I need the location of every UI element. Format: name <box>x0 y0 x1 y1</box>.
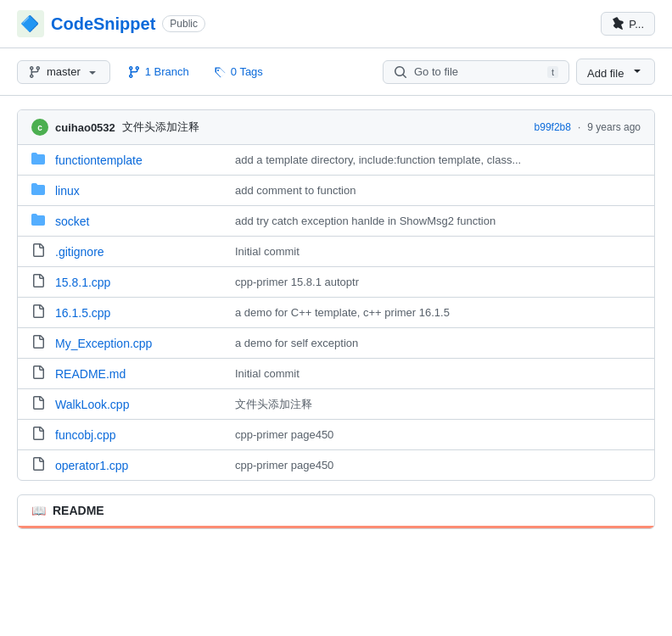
tags-link[interactable]: 0 Tags <box>206 61 270 83</box>
table-row: WalkLook.cpp文件头添加注释 <box>18 389 654 420</box>
file-commit-message: add try catch exception hanlde in ShowMs… <box>235 215 641 227</box>
table-row: 15.8.1.cppcpp-primer 15.8.1 autoptr <box>18 267 654 298</box>
table-row: My_Exception.cppa demo for self exceptio… <box>18 328 654 359</box>
file-commit-message: Initial commit <box>235 245 641 258</box>
file-name[interactable]: socket <box>55 215 225 228</box>
sub-nav: master 1 Branch 0 Tags Go to file t Add … <box>0 48 672 96</box>
branch-name: master <box>47 65 81 78</box>
top-header: 🔷 CodeSnippet Public P... <box>0 0 672 48</box>
file-name[interactable]: linux <box>55 184 225 198</box>
file-icon <box>31 274 45 290</box>
commit-username[interactable]: cuihao0532 <box>55 121 115 134</box>
tag-icon <box>213 65 227 79</box>
commit-author: c cuihao0532 文件头添加注释 <box>31 119 199 136</box>
file-commit-message: cpp-primer page450 <box>235 428 641 441</box>
folder-icon <box>31 152 45 168</box>
branches-count: 1 Branch <box>145 65 189 78</box>
readme-section: 📖 README <box>17 494 655 529</box>
file-name[interactable]: My_Exception.cpp <box>55 337 225 350</box>
file-icon <box>31 243 45 259</box>
folder-icon <box>31 182 45 198</box>
avatar: c <box>31 119 48 136</box>
branch-icon <box>28 65 42 79</box>
add-file-label: Add file <box>587 67 624 80</box>
pin-button[interactable]: P... <box>601 12 655 36</box>
file-commit-message: 文件头添加注释 <box>235 397 641 412</box>
chevron-down-icon <box>86 65 99 79</box>
visibility-badge: Public <box>162 15 205 32</box>
repo-name[interactable]: CodeSnippet <box>51 14 155 34</box>
tags-count: 0 Tags <box>231 65 263 78</box>
commit-time: 9 years ago <box>587 121 641 133</box>
readme-header: 📖 README <box>18 495 654 528</box>
add-file-button[interactable]: Add file <box>576 59 655 85</box>
go-to-file-label: Go to file <box>414 65 458 78</box>
readme-label: README <box>53 504 104 517</box>
file-commit-message: Initial commit <box>235 367 641 380</box>
go-to-file-button[interactable]: Go to file t <box>383 60 569 84</box>
file-name[interactable]: WalkLook.cpp <box>55 398 225 411</box>
repo-title: 🔷 CodeSnippet Public <box>17 10 205 37</box>
file-name[interactable]: funcobj.cpp <box>55 428 225 442</box>
table-row: README.mdInitial commit <box>18 359 654 389</box>
repo-logo-icon: 🔷 <box>17 10 44 37</box>
commit-meta: b99f2b8 · 9 years ago <box>535 121 641 133</box>
file-name[interactable]: README.md <box>55 367 225 381</box>
folder-icon <box>31 213 45 229</box>
file-browser: c cuihao0532 文件头添加注释 b99f2b8 · 9 years a… <box>17 109 655 481</box>
commit-message: 文件头添加注释 <box>122 120 199 135</box>
file-commit-message: add a template directory, include:functi… <box>235 153 641 166</box>
file-icon <box>31 457 45 473</box>
file-name[interactable]: operator1.cpp <box>55 459 225 472</box>
file-commit-message: add comment to function <box>235 184 641 197</box>
file-list: functiontemplateadd a template directory… <box>18 145 654 480</box>
file-icon <box>31 427 45 443</box>
header-actions: P... <box>601 12 655 36</box>
file-commit-message: cpp-primer page450 <box>235 459 641 471</box>
branches-link[interactable]: 1 Branch <box>120 61 196 83</box>
file-commit-message: cpp-primer 15.8.1 autoptr <box>235 276 641 288</box>
svg-text:🔷: 🔷 <box>20 14 40 33</box>
file-icon <box>31 335 45 351</box>
table-row: funcobj.cppcpp-primer page450 <box>18 420 654 450</box>
file-icon <box>31 365 45 382</box>
commit-hash[interactable]: b99f2b8 <box>535 121 571 133</box>
search-area: Go to file t Add file <box>383 59 655 85</box>
pin-icon <box>612 17 625 31</box>
branch-selector[interactable]: master <box>17 60 110 84</box>
table-row: functiontemplateadd a template directory… <box>18 145 654 176</box>
file-icon <box>31 304 45 321</box>
table-row: operator1.cppcpp-primer page450 <box>18 450 654 480</box>
file-icon <box>31 396 45 412</box>
search-icon <box>394 65 407 79</box>
file-name[interactable]: 15.8.1.cpp <box>55 276 225 289</box>
pin-button-label: P... <box>629 18 644 31</box>
commit-row: c cuihao0532 文件头添加注释 b99f2b8 · 9 years a… <box>18 110 654 145</box>
branches-icon <box>127 65 141 79</box>
file-commit-message: a demo for self exception <box>235 337 641 349</box>
go-to-file-kbd: t <box>547 66 558 78</box>
readme-book-icon: 📖 <box>31 504 46 517</box>
file-name[interactable]: 16.1.5.cpp <box>55 306 225 320</box>
chevron-down-small-icon <box>630 64 644 77</box>
table-row: socketadd try catch exception hanlde in … <box>18 206 654 237</box>
commit-separator: · <box>578 121 580 133</box>
table-row: .gitignoreInitial commit <box>18 237 654 267</box>
table-row: linuxadd comment to function <box>18 176 654 206</box>
file-name[interactable]: .gitignore <box>55 245 225 259</box>
file-name[interactable]: functiontemplate <box>55 153 225 167</box>
avatar-initials: c <box>37 123 42 132</box>
file-commit-message: a demo for C++ template, c++ primer 16.1… <box>235 306 641 319</box>
table-row: 16.1.5.cppa demo for C++ template, c++ p… <box>18 298 654 328</box>
